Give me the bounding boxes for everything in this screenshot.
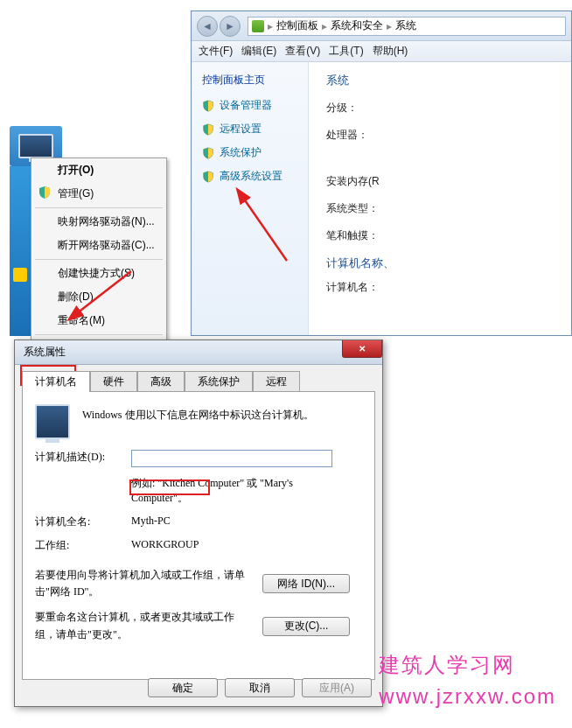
cp-left-panel: 控制面板主页 设备管理器 远程设置 系统保护 高级系统设置 [192, 62, 309, 335]
link-label: 高级系统设置 [220, 169, 283, 184]
shield-icon [38, 186, 52, 200]
row-systype: 系统类型： [326, 201, 571, 216]
tab-advanced[interactable]: 高级 [137, 371, 185, 392]
netid-text: 若要使用向导将计算机加入域或工作组，请单击"网络 ID"。 [35, 567, 254, 600]
link-system-protection[interactable]: 系统保护 [202, 145, 308, 160]
menu-view[interactable]: 查看(V) [285, 44, 320, 59]
dialog-buttons: 确定 取消 应用(A) [148, 678, 372, 697]
breadcrumb-sep: ▸ [322, 20, 327, 32]
tab-computer-name[interactable]: 计算机名 [22, 371, 90, 392]
shield-icon [202, 100, 214, 112]
link-device-manager[interactable]: 设备管理器 [202, 98, 308, 113]
cp-right-panel: 系统 分级： 处理器： 安装内存(R 系统类型： 笔和触摸： 计算机名称、 计算… [309, 62, 571, 335]
breadcrumb-item[interactable]: 控制面板 [276, 18, 318, 33]
ctx-open[interactable]: 打开(O) [31, 158, 166, 182]
link-label: 设备管理器 [220, 98, 272, 113]
control-panel-icon [252, 20, 264, 32]
desc-input[interactable] [131, 450, 332, 467]
link-label: 远程设置 [220, 122, 262, 136]
tab-protection[interactable]: 系统保护 [185, 371, 253, 392]
tab-content: Windows 使用以下信息在网络中标识这台计算机。 计算机描述(D): 例如:… [22, 391, 375, 680]
apply-button: 应用(A) [302, 678, 372, 697]
menu-help[interactable]: 帮助(H) [373, 44, 408, 59]
row-processor: 处理器： [326, 128, 571, 143]
watermark: 建筑人学习网 www.jzrxxw.com [379, 649, 556, 712]
fullname-row: 计算机全名: Myth-PC [35, 514, 362, 529]
watermark-line1: 建筑人学习网 [379, 649, 556, 681]
link-label: 系统保护 [220, 145, 262, 160]
intro-row: Windows 使用以下信息在网络中标识这台计算机。 [35, 404, 362, 439]
change-button[interactable]: 更改(C)... [262, 617, 350, 636]
menu-edit[interactable]: 编辑(E) [241, 44, 276, 59]
example-text: 例如: "Kitchen Computer" 或 "Mary's Compute… [131, 476, 332, 506]
workgroup-value: WORKGROUP [131, 538, 199, 551]
breadcrumb-sep: ▸ [268, 20, 273, 32]
ctx-map-drive[interactable]: 映射网络驱动器(N)... [31, 210, 166, 234]
address-bar[interactable]: ▸ 控制面板 ▸ 系统和安全 ▸ 系统 [248, 17, 566, 36]
ctx-separator [35, 334, 163, 335]
control-panel-window: ◄ ► ▸ 控制面板 ▸ 系统和安全 ▸ 系统 文件(F) 编辑(E) 查看(V… [191, 10, 572, 336]
fullname-label: 计算机全名: [35, 514, 122, 529]
breadcrumb-item[interactable]: 系统和安全 [331, 18, 383, 33]
nav-forward-button[interactable]: ► [220, 16, 241, 37]
ctx-rename[interactable]: 重命名(M) [31, 309, 166, 332]
folder-icon [13, 268, 27, 282]
change-row: 要重命名这台计算机，或者更改其域或工作组，请单击"更改"。 更改(C)... [35, 609, 362, 642]
intro-text: Windows 使用以下信息在网络中标识这台计算机。 [82, 404, 314, 423]
example-row: 例如: "Kitchen Computer" 或 "Mary's Compute… [35, 476, 362, 506]
shield-icon [202, 171, 214, 183]
breadcrumb-sep: ▸ [387, 20, 392, 32]
row-rating: 分级： [326, 101, 571, 116]
desktop-strip [10, 166, 31, 336]
dialog-title: 系统属性 [24, 345, 66, 360]
tabs-bar: 计算机名 硬件 高级 系统保护 远程 [15, 365, 382, 391]
monitor-icon [18, 134, 53, 158]
tab-hardware[interactable]: 硬件 [90, 371, 137, 392]
desc-row: 计算机描述(D): [35, 450, 362, 467]
change-text: 要重命名这台计算机，或者更改其域或工作组，请单击"更改"。 [35, 609, 254, 642]
context-menu: 打开(O) 管理(G) 映射网络驱动器(N)... 断开网络驱动器(C)... … [31, 158, 167, 361]
row-memory: 安装内存(R [326, 174, 571, 189]
network-id-button[interactable]: 网络 ID(N)... [262, 574, 350, 593]
ctx-disconnect-drive[interactable]: 断开网络驱动器(C)... [31, 234, 166, 257]
section-pcname: 计算机名称、 [326, 256, 571, 271]
shield-icon [202, 147, 214, 159]
netid-row: 若要使用向导将计算机加入域或工作组，请单击"网络 ID"。 网络 ID(N)..… [35, 567, 362, 600]
link-advanced-settings[interactable]: 高级系统设置 [202, 169, 308, 184]
close-button[interactable]: ✕ [342, 340, 382, 358]
ok-button[interactable]: 确定 [148, 678, 218, 697]
system-properties-dialog: 系统属性 ✕ 计算机名 硬件 高级 系统保护 远程 Windows 使用以下信息… [14, 340, 383, 707]
workgroup-row: 工作组: WORKGROUP [35, 538, 362, 553]
menu-tools[interactable]: 工具(T) [329, 44, 363, 59]
menu-file[interactable]: 文件(F) [199, 44, 233, 59]
ctx-delete[interactable]: 删除(D) [31, 285, 166, 309]
cp-home-link[interactable]: 控制面板主页 [202, 73, 308, 88]
ctx-shortcut[interactable]: 创建快捷方式(S) [31, 262, 166, 285]
dialog-titlebar: 系统属性 ✕ [15, 340, 382, 365]
fullname-value: Myth-PC [131, 514, 171, 528]
ctx-label: 管理(G) [58, 187, 94, 200]
desc-label: 计算机描述(D): [35, 450, 122, 465]
section-system: 系统 [326, 73, 571, 88]
nav-back-button[interactable]: ◄ [197, 16, 218, 37]
cancel-button[interactable]: 取消 [225, 678, 295, 697]
ctx-manage[interactable]: 管理(G) [31, 182, 166, 206]
row-pcname: 计算机名： [326, 280, 571, 295]
cp-titlebar: ◄ ► ▸ 控制面板 ▸ 系统和安全 ▸ 系统 [192, 11, 571, 41]
tab-remote[interactable]: 远程 [253, 371, 300, 392]
shield-icon [202, 123, 214, 136]
workgroup-label: 工作组: [35, 538, 122, 553]
ctx-separator [35, 259, 163, 260]
row-pen: 笔和触摸： [326, 228, 571, 243]
ctx-separator [35, 207, 163, 208]
watermark-line2: www.jzrxxw.com [379, 681, 556, 712]
cp-body: 控制面板主页 设备管理器 远程设置 系统保护 高级系统设置 系统 分级： 处理器… [192, 62, 571, 335]
cp-menubar: 文件(F) 编辑(E) 查看(V) 工具(T) 帮助(H) [192, 41, 571, 62]
link-remote-settings[interactable]: 远程设置 [202, 122, 308, 136]
computer-icon [35, 404, 70, 439]
breadcrumb-item[interactable]: 系统 [395, 18, 416, 33]
